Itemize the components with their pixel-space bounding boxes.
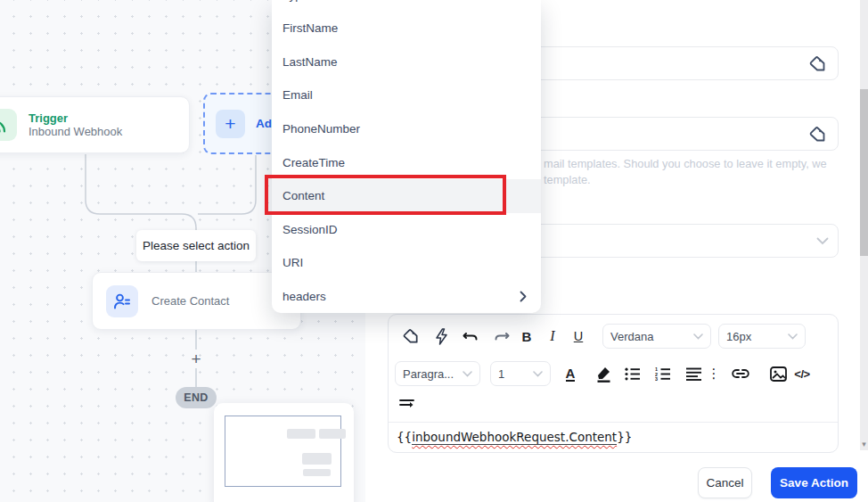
merge-variable: inboundWebhookRequest.Content [412, 430, 617, 445]
font-color-button[interactable]: A [561, 361, 580, 386]
plus-icon: + [216, 110, 245, 138]
chevron-down-icon [533, 371, 543, 377]
lightning-icon[interactable] [430, 324, 452, 349]
line-height-value: 1 [498, 367, 504, 381]
chevron-down-icon [693, 333, 703, 340]
dropdown-item-email[interactable]: Email [272, 78, 541, 112]
font-color-letter: A [566, 366, 576, 382]
annotation-highlight-box [265, 175, 506, 215]
dropdown-item-lastname[interactable]: LastName [272, 45, 541, 79]
dropdown-item-phonenumber[interactable]: PhoneNumber [272, 112, 541, 146]
svg-text:3: 3 [655, 376, 658, 381]
bold-button[interactable]: B [517, 324, 536, 349]
template-braces: {{ [397, 430, 412, 444]
dropdown-item-clipped[interactable]: Type [283, 0, 336, 4]
trigger-node-title: Trigger [29, 111, 122, 125]
scrollbar-down-arrow[interactable]: ▾ [860, 439, 868, 449]
helper-text-line2: template. [544, 172, 591, 188]
workflow-builder-screen: + Add Trigger Inbound Webhook Please se [0, 0, 868, 502]
chevron-down-icon [816, 237, 829, 245]
editor-content[interactable]: {{inboundWebhookRequest.Content}} [397, 430, 632, 444]
font-size-select[interactable]: 16px [718, 324, 806, 349]
numbered-list-icon[interactable]: 123 [652, 361, 674, 386]
highlight-pen-icon[interactable] [593, 361, 614, 386]
preview-thumbnail-card [214, 403, 354, 502]
merge-field-dropdown: Type FirstName LastName Email PhoneNumbe… [272, 0, 541, 313]
cancel-button[interactable]: Cancel [698, 467, 752, 498]
create-contact-node[interactable]: Create Contact [92, 272, 301, 330]
dropdown-item-sessionid[interactable]: SessionID [272, 213, 541, 247]
more-options-icon[interactable]: ⋮ [708, 361, 720, 386]
skeleton-bar [319, 429, 346, 439]
line-height-select[interactable]: 1 [490, 361, 551, 386]
panel-scrollbar[interactable] [860, 0, 868, 450]
create-contact-label: Create Contact [151, 294, 229, 308]
undo-icon[interactable] [460, 324, 481, 349]
rich-text-editor: B I U Verdana 16px [388, 314, 839, 453]
save-action-button[interactable]: Save Action [771, 467, 857, 498]
editor-divider [389, 422, 838, 423]
trigger-node-subtitle: Inbound Webhook [29, 125, 122, 139]
webhook-signal-icon [0, 109, 17, 141]
trigger-node[interactable]: Trigger Inbound Webhook [0, 96, 190, 153]
dropdown-item-uri[interactable]: URI [272, 246, 541, 280]
scrollbar-thumb[interactable] [860, 89, 868, 256]
redo-icon[interactable] [491, 324, 512, 349]
font-size-value: 16px [726, 330, 751, 343]
skeleton-bar [287, 429, 315, 439]
contact-person-icon [106, 285, 138, 317]
skeleton-bar [302, 453, 332, 465]
font-family-select[interactable]: Verdana [602, 324, 711, 349]
paragraph-style-select[interactable]: Paragra... [395, 361, 480, 386]
align-justify-icon[interactable] [683, 361, 704, 386]
merge-tag-icon[interactable] [808, 125, 827, 144]
chevron-right-icon [520, 291, 527, 302]
skeleton-bar [303, 469, 331, 476]
end-badge: END [176, 387, 217, 408]
select-action-hint: Please select action [136, 230, 256, 261]
dropdown-item-firstname[interactable]: FirstName [272, 12, 541, 45]
line-break-icon[interactable] [396, 391, 417, 416]
dropdown-item-headers[interactable]: headers [272, 280, 541, 314]
chevron-down-icon [463, 371, 472, 377]
chevron-down-icon [788, 333, 798, 340]
code-view-icon[interactable]: </> [790, 361, 815, 386]
insert-step-plus-icon[interactable]: + [188, 351, 204, 367]
paragraph-style-value: Paragra... [403, 367, 454, 381]
image-icon[interactable] [766, 361, 790, 386]
italic-button[interactable]: I [543, 324, 562, 349]
underline-button[interactable]: U [569, 324, 588, 349]
link-icon[interactable] [729, 361, 752, 386]
merge-tag-icon[interactable] [400, 324, 422, 349]
font-family-value: Verdana [610, 330, 653, 343]
helper-text-line1: mail templates. Should you choose to lea… [544, 156, 827, 172]
template-braces: }} [617, 430, 632, 444]
preview-frame [225, 416, 341, 487]
merge-tag-icon[interactable] [808, 54, 827, 73]
bullet-list-icon[interactable] [622, 361, 643, 386]
